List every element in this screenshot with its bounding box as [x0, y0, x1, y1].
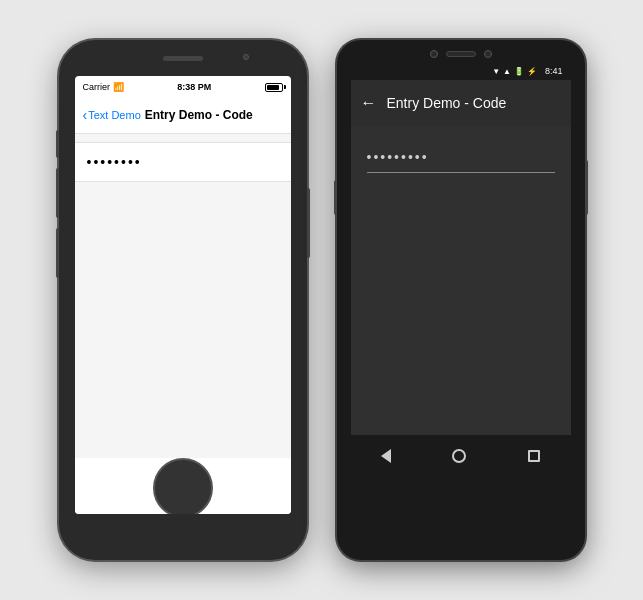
ios-back-label[interactable]: Text Demo [88, 109, 141, 121]
android-page-title: Entry Demo - Code [387, 95, 507, 111]
android-status-bar: ▼ ▲ 🔋 ⚡ 8:41 [351, 62, 571, 80]
android-password-field[interactable]: ••••••••• [367, 140, 555, 173]
ios-status-right [265, 83, 283, 92]
ios-back-button[interactable]: ‹ Text Demo [83, 107, 141, 123]
ios-wifi-icon: 📶 [113, 82, 124, 92]
android-phone: ▼ ▲ 🔋 ⚡ 8:41 ← Entry Demo - Code •••••••… [337, 40, 585, 560]
android-camera-icon [430, 50, 438, 58]
android-nav-bar [351, 435, 571, 477]
android-password-dots: ••••••••• [367, 149, 429, 165]
ios-screen: Carrier 📶 8:38 PM ‹ Text Demo Entry Demo… [75, 76, 291, 514]
android-content: ••••••••• [351, 126, 571, 435]
android-back-nav-icon[interactable] [381, 449, 391, 463]
ios-status-left: Carrier 📶 [83, 82, 125, 92]
android-wifi-icon: ▼ [492, 67, 500, 76]
ios-phone: Carrier 📶 8:38 PM ‹ Text Demo Entry Demo… [59, 40, 307, 560]
ios-status-bar: Carrier 📶 8:38 PM [75, 76, 291, 96]
ios-content: •••••••• [75, 134, 291, 458]
ios-speaker [163, 56, 203, 61]
android-app-bar: ← Entry Demo - Code [351, 80, 571, 126]
android-recents-nav-icon[interactable] [528, 450, 540, 462]
ios-chevron-icon: ‹ [83, 107, 88, 123]
ios-home-button[interactable] [153, 458, 213, 514]
android-status-icons: ▼ ▲ 🔋 ⚡ [492, 67, 537, 76]
ios-password-dots: •••••••• [87, 154, 142, 170]
ios-nav-bar: ‹ Text Demo Entry Demo - Code [75, 96, 291, 134]
ios-battery-icon [265, 83, 283, 92]
android-sensor-icon [484, 50, 492, 58]
ios-time-label: 8:38 PM [177, 82, 211, 92]
ios-side-button-power[interactable] [307, 188, 310, 258]
android-speaker-icon [446, 51, 476, 57]
ios-side-button-volume-down[interactable] [56, 228, 59, 278]
android-screen: ▼ ▲ 🔋 ⚡ 8:41 ← Entry Demo - Code •••••••… [351, 62, 571, 477]
android-signal-icon: ▲ [503, 67, 511, 76]
ios-password-field[interactable]: •••••••• [75, 142, 291, 182]
ios-carrier-label: Carrier [83, 82, 111, 92]
ios-side-button-mute[interactable] [56, 130, 59, 158]
android-power-button[interactable] [585, 160, 588, 215]
android-charging-icon: ⚡ [527, 67, 537, 76]
android-back-button[interactable]: ← [361, 94, 377, 112]
android-time-label: 8:41 [545, 66, 563, 76]
android-volume-button[interactable] [334, 180, 337, 215]
ios-side-button-volume-up[interactable] [56, 168, 59, 218]
ios-camera [243, 54, 249, 60]
android-battery-icon: 🔋 [514, 67, 524, 76]
android-camera-area [430, 40, 492, 58]
ios-home-area [75, 458, 291, 514]
ios-page-title: Entry Demo - Code [145, 108, 253, 122]
android-home-nav-icon[interactable] [452, 449, 466, 463]
